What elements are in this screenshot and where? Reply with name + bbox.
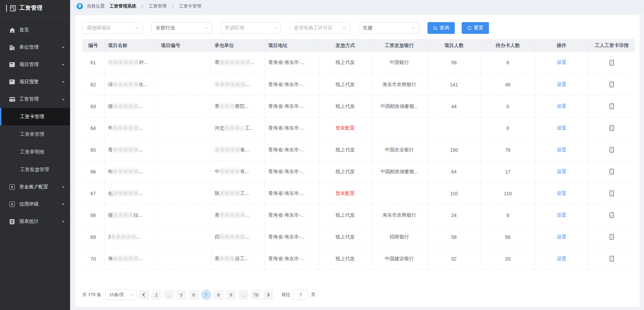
sidebar-item-project[interactable]: 项目管理 bbox=[0, 56, 70, 73]
status-select[interactable]: 在建 bbox=[358, 22, 419, 34]
cell-id: 65 bbox=[82, 139, 104, 161]
content-card: 请选择项目 全部行业 所选区域 是否有施工许可证 bbox=[75, 15, 640, 307]
sidebar-item-fund[interactable]: ¥ 资金账户配置 bbox=[0, 178, 70, 196]
col-pending: 待办卡人数 bbox=[481, 39, 535, 52]
table-row: 66 衔某某某某某... 中某某某某有... 青海省-海东市-... 线上代发 … bbox=[82, 161, 635, 182]
breadcrumb-level2[interactable]: 工资管理 bbox=[148, 3, 166, 9]
salary-card-detail-icon[interactable] bbox=[609, 82, 614, 87]
chevron-down-icon bbox=[62, 81, 65, 83]
cell-project-code bbox=[157, 248, 211, 270]
settings-link[interactable]: 设置 bbox=[557, 190, 566, 196]
permit-select[interactable]: 是否有施工许可证 bbox=[289, 22, 350, 34]
reset-button[interactable]: 重置 bbox=[462, 22, 489, 34]
cell-id: 62 bbox=[82, 74, 104, 95]
salary-card-detail-icon[interactable] bbox=[609, 125, 614, 131]
settings-link[interactable]: 设置 bbox=[557, 82, 566, 87]
sidebar-item-salary[interactable]: 工资管理 bbox=[0, 91, 70, 108]
table-row: 63 循某某某某某... 青某某某察院... 青海省-海东市-... 线上代发 … bbox=[82, 95, 635, 117]
page-button[interactable]: 1 bbox=[152, 290, 161, 300]
page-button-active[interactable]: 7 bbox=[201, 290, 211, 300]
project-select[interactable]: 请选择项目 bbox=[82, 22, 143, 34]
settings-link[interactable]: 设置 bbox=[557, 103, 566, 109]
breadcrumb-root[interactable]: 工资管理系统 bbox=[109, 3, 136, 9]
ellipsis-more-pages[interactable]: ... bbox=[164, 290, 174, 300]
ellipsis-more-pages[interactable]: ... bbox=[239, 290, 248, 300]
permit-select-placeholder: 是否有施工许可证 bbox=[294, 25, 333, 31]
salary-card-detail-icon[interactable] bbox=[609, 256, 614, 262]
sidebar-item-label: 项目预警 bbox=[19, 79, 62, 85]
table-row: 64 年某某某某某... 河北某某某山工... 青海省-海东市-... 暂未配置… bbox=[82, 117, 635, 139]
page-button[interactable]: 5 bbox=[176, 290, 186, 300]
cell-people: 64 bbox=[427, 161, 480, 182]
settings-link[interactable]: 设置 bbox=[557, 125, 566, 131]
cell-contractor: 中某某某某有... bbox=[211, 161, 265, 182]
salary-card-detail-icon[interactable] bbox=[609, 169, 614, 175]
redacted-text: 某某某某某 bbox=[113, 125, 139, 131]
page-button[interactable]: 9 bbox=[226, 290, 236, 300]
submenu-item-label: 工资发放管理 bbox=[20, 167, 49, 173]
region-select[interactable]: 所选区域 bbox=[220, 22, 281, 34]
salary-card-detail-icon[interactable] bbox=[609, 147, 614, 153]
prev-page-button[interactable] bbox=[139, 290, 149, 300]
industry-select[interactable]: 全部行业 bbox=[151, 22, 212, 34]
page-button[interactable]: 8 bbox=[214, 290, 223, 300]
redacted-text: 某某某某某 bbox=[219, 234, 245, 239]
sidebar-item-credit[interactable]: ¥ 信用评级 bbox=[0, 196, 70, 213]
sidebar-item-label: 信用评级 bbox=[19, 201, 62, 207]
location-pin-icon bbox=[76, 3, 83, 10]
cell-bank: 海东市农商银行 bbox=[371, 74, 427, 95]
sidebar-item-label: 工资管理 bbox=[19, 96, 62, 102]
settings-link[interactable]: 设置 bbox=[557, 169, 566, 174]
cell-bank: 招商银行 bbox=[371, 226, 427, 248]
salary-card-detail-icon[interactable] bbox=[609, 212, 614, 218]
cell-bank: 中国银行 bbox=[371, 52, 427, 74]
page-button[interactable]: 78 bbox=[251, 290, 261, 300]
settings-link[interactable]: 设置 bbox=[557, 234, 566, 239]
cell-bank: 中国农业银行 bbox=[371, 139, 427, 161]
search-icon bbox=[433, 26, 438, 30]
cell-pending: 110 bbox=[481, 182, 535, 204]
next-page-button[interactable] bbox=[263, 290, 273, 300]
cell-id: 64 bbox=[82, 117, 104, 139]
breadcrumb-prefix: 当前位置: bbox=[87, 3, 106, 9]
search-button[interactable]: 查询 bbox=[427, 22, 455, 34]
salary-card-detail-icon[interactable] bbox=[609, 103, 614, 109]
sidebar-item-salary-detail[interactable]: 工资单明细 bbox=[0, 143, 70, 161]
table-row: 67 化某某某某某... 陕某某某某工... 青海省-海东市-... 暂未配置 … bbox=[82, 182, 635, 204]
cell-pay-method: 线上代发 bbox=[319, 226, 371, 248]
sidebar-item-salary-card[interactable]: 工资卡管理 bbox=[0, 108, 70, 125]
col-id: 编号 bbox=[82, 39, 104, 52]
redacted-text: 某某某某某 bbox=[110, 234, 136, 239]
cell-project-name: 化某某某某某... bbox=[104, 182, 157, 204]
goto-page-input[interactable] bbox=[293, 290, 308, 300]
chevron-down-icon bbox=[412, 26, 415, 29]
settings-link[interactable]: 设置 bbox=[557, 212, 566, 218]
cell-id: 68 bbox=[82, 204, 104, 226]
page-button[interactable]: 6 bbox=[189, 290, 199, 300]
sidebar-item-salary-payout[interactable]: 工资发放管理 bbox=[0, 161, 70, 178]
sidebar-item-report[interactable]: 报表统计 bbox=[0, 213, 70, 230]
settings-link[interactable]: 设置 bbox=[557, 147, 566, 152]
chevron-down-icon bbox=[205, 26, 208, 29]
salary-card-detail-icon[interactable] bbox=[609, 60, 614, 66]
cell-project-code bbox=[157, 74, 211, 95]
sidebar-item-salary-sheet[interactable]: 工资单管理 bbox=[0, 125, 70, 143]
settings-link[interactable]: 设置 bbox=[557, 256, 566, 261]
salary-card-detail-icon[interactable] bbox=[609, 234, 614, 240]
sidebar-item-org[interactable]: 单位管理 bbox=[0, 39, 70, 56]
cell-id: 61 bbox=[82, 52, 104, 74]
sidebar-item-home[interactable]: 首页 bbox=[0, 21, 70, 39]
settings-link[interactable]: 设置 bbox=[557, 59, 566, 65]
page-size-select[interactable]: 10条/页 bbox=[105, 290, 136, 300]
table-row: 61 某某某某某某对... 青海某某某某某... 青海省-海东市-... 线上代… bbox=[82, 52, 635, 74]
filter-bar: 请选择项目 全部行业 所选区域 是否有施工许可证 bbox=[82, 22, 640, 34]
cell-bank: 中国邮政储蓄银... bbox=[371, 161, 427, 182]
sidebar-item-warning[interactable]: 项目预警 bbox=[0, 73, 70, 91]
salary-card-detail-icon[interactable] bbox=[609, 190, 614, 196]
cell-id: 63 bbox=[82, 95, 104, 117]
salary-submenu: 工资卡管理 工资单管理 工资单明细 工资发放管理 bbox=[0, 108, 70, 178]
table-header-row: 编号 项目名称 项目编号 承包单位 项目地址 发放方式 工资发放银行 项目人数 … bbox=[82, 39, 635, 52]
breadcrumb-level3[interactable]: 工资卡管理 bbox=[179, 3, 201, 9]
table-row: 62 绿某某某某某住... 某某某某某某... 青海省-海东市-... 线上代发… bbox=[82, 74, 635, 95]
redacted-text: 某某某某某某 bbox=[214, 82, 246, 87]
